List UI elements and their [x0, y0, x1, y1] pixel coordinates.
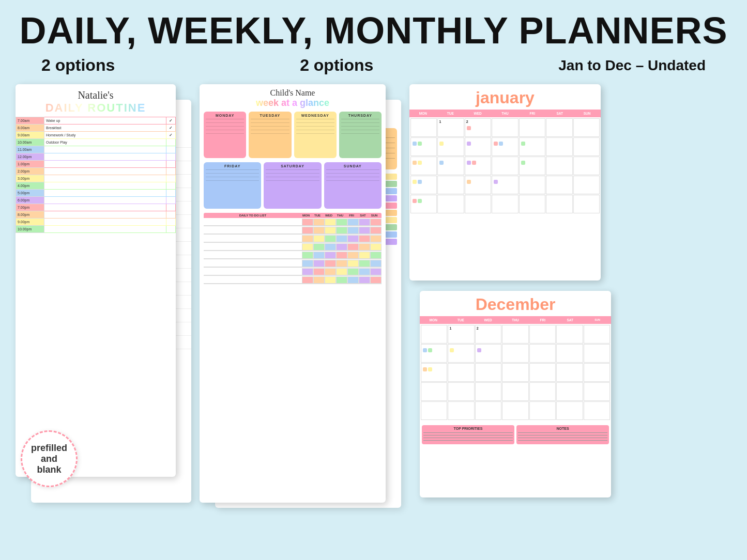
subtitle-left: 2 options: [41, 56, 115, 75]
cal-day: [475, 363, 501, 382]
cal-day: [421, 363, 447, 382]
cal-day: 2: [465, 118, 491, 137]
todo-row: [204, 259, 382, 268]
table-row: 11.00am: [16, 146, 176, 153]
wag-day-monday: MONDAY: [204, 112, 246, 158]
cal-day: [546, 137, 572, 156]
cal-day: [519, 137, 545, 156]
table-row: 10.00pm: [16, 226, 176, 233]
cal-day: [492, 176, 518, 194]
table-row: 6.00pm: [16, 197, 176, 204]
cal-day: [546, 157, 572, 175]
subtitle-center: 2 options: [300, 56, 373, 75]
cal-day: [529, 382, 556, 401]
cal-day: [492, 157, 518, 175]
todo-row: [204, 218, 382, 226]
daily-routine-front-card: Natalie's DAILY ROUTINE 7.00am Wake up ✓…: [16, 84, 176, 477]
cal-day: [437, 176, 464, 194]
daily-routine-stack: Natalie's DAILY ROUTINE 7.00am Wake up 7…: [16, 84, 191, 508]
cal-day: [502, 401, 528, 420]
table-row: 9.00am Homework / Study ✓: [16, 132, 176, 139]
cal-day: [519, 157, 545, 175]
todo-header-thu: THU: [334, 214, 346, 217]
cal-day: [584, 382, 610, 401]
cal-day: [437, 137, 464, 156]
todo-row: [204, 276, 382, 284]
wag-title: week at a glance: [202, 98, 383, 108]
cal-day: 1: [437, 118, 464, 137]
top-priorities-box: TOP PRIORITIES: [422, 425, 514, 444]
january-calendar-card: january MON TUE WED THU FRI SAT SUN 1 2: [409, 84, 601, 281]
table-row: 8.00pm: [16, 211, 176, 219]
table-row: 9.00pm: [16, 219, 176, 226]
dr-front-title: DAILY ROUTINE: [18, 101, 173, 115]
december-calendar-header: MON TUE WED THU FRI SAT SUN: [420, 316, 611, 324]
cal-day: [556, 363, 583, 382]
todo-row: [204, 235, 382, 243]
week-at-a-glance-card: Child's Name week at a glance MONDAY TUE…: [200, 84, 386, 503]
cal-day: [492, 137, 518, 156]
wag-day-thursday: THURSDAY: [339, 112, 382, 158]
cal-day: [465, 195, 491, 213]
cal-day: [556, 401, 583, 420]
december-calendar-card: December MON TUE WED THU FRI SAT SUN 1 2: [420, 291, 611, 497]
cal-day: [519, 118, 545, 137]
table-row: 12.00pm: [16, 153, 176, 161]
todo-row: [204, 268, 382, 276]
cal-day: [529, 363, 556, 382]
cal-day: [502, 382, 528, 401]
table-row: 5.00pm: [16, 190, 176, 197]
table-row: 3.00pm: [16, 175, 176, 182]
main-title: DAILY, WEEKLY, MONTHLY PLANNERS: [0, 0, 747, 52]
wag-day-wednesday: WEDNESDAY: [294, 112, 337, 158]
cal-day: [502, 325, 528, 344]
todo-row: [204, 226, 382, 235]
cal-day: [556, 382, 583, 401]
cal-day: [519, 176, 545, 194]
todo-section: DAILY TO DO LIST MON TUE WED THU FRI SAT…: [200, 211, 386, 286]
cal-day: [584, 344, 610, 363]
cal-day: [573, 176, 600, 194]
cal-day: [492, 118, 518, 137]
calendar-bottom-section: TOP PRIORITIES NOTES: [420, 423, 611, 446]
todo-row: [204, 243, 382, 251]
cal-day: [573, 118, 600, 137]
wag-day-friday: FRIDAY: [204, 162, 261, 209]
badge-line2: and: [41, 454, 57, 464]
cal-day: [448, 363, 474, 382]
cal-day: 1: [448, 325, 474, 344]
monthly-calendar-stack: january MON TUE WED THU FRI SAT SUN 1 2: [409, 84, 731, 513]
cal-day: [475, 382, 501, 401]
todo-header-mon: MON: [300, 214, 312, 217]
todo-header-wed: WED: [323, 214, 334, 217]
cal-day: [465, 176, 491, 194]
cal-day: [448, 344, 474, 363]
todo-header-sun: SUN: [369, 214, 380, 217]
notes-box: NOTES: [516, 425, 609, 444]
cal-day: [556, 344, 583, 363]
cal-day: 2: [475, 325, 501, 344]
cal-day: [584, 325, 610, 344]
table-row: 1.00pm: [16, 161, 176, 168]
december-grid: 1 2: [420, 324, 611, 421]
january-grid: 1 2: [409, 117, 601, 214]
cal-day: [410, 137, 437, 156]
todo-header-tue: TUE: [312, 214, 323, 217]
cal-day: [421, 344, 447, 363]
cal-day: [437, 195, 464, 213]
prefilled-badge: prefilled and blank: [21, 430, 78, 487]
table-row: 7.00pm: [16, 204, 176, 211]
table-row: 10.00am Outdoor Play: [16, 139, 176, 146]
cal-day: [502, 344, 528, 363]
todo-header-sat: SAT: [357, 214, 369, 217]
weekly-planner-stack: Child's Name WEEKLY PLANNER MONDAY TUESD…: [200, 84, 401, 513]
wag-day-tuesday: TUESDAY: [249, 112, 291, 158]
cal-day: [573, 195, 600, 213]
cal-day: [546, 176, 572, 194]
cal-day: [437, 157, 464, 175]
cal-day: [410, 195, 437, 213]
cal-day: [421, 401, 447, 420]
priorities-label: TOP PRIORITIES: [423, 427, 513, 430]
cal-day: [421, 382, 447, 401]
todo-row: [204, 251, 382, 259]
